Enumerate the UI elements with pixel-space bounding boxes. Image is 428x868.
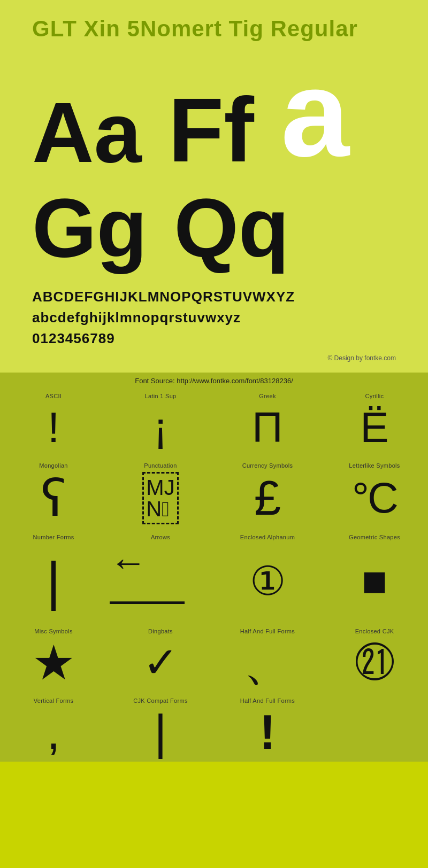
char-symbol-geometric: ■ [362,544,387,618]
digits-line: 0123456789 [32,328,396,349]
char-cell-enclosed-cjk: Enclosed CJK ㉑ [321,623,428,692]
char-label-vertical: Vertical Forms [34,698,74,704]
char-cell-numforms: Number Forms | [0,529,107,623]
char-cell-geometric: Geometric Shapes ■ [321,529,428,623]
char-symbol-numforms: | [47,544,60,618]
glyph-aa: Aa [32,90,142,175]
large-glyphs-row1: Aa Ff a [32,52,396,175]
char-label-arrows: Arrows [151,534,170,540]
char-symbol-currency: £ [254,472,281,524]
char-label-cjk-compat: CJK Compat Forms [133,698,187,704]
char-cell-cyrillic: Cyrillic Ë [321,387,428,457]
char-symbol-latin1: ¡ [154,402,168,453]
char-grid-row3: Number Forms | Arrows ←—— Enclosed Alpha… [0,529,428,623]
char-label-half-full: Half And Full Forms [240,628,295,634]
char-cell-dingbats: Dingbats ✓ [107,623,214,692]
glyph-qq: Qq [174,181,289,276]
char-label-mongolian: Mongolian [39,462,67,469]
glyph-ff: Ff [169,84,254,175]
char-symbol-enclosed-cjk: ㉑ [355,638,395,688]
char-symbol-dingbats: ✓ [143,638,179,688]
char-symbol-punctuation: MJ N⃞ [142,472,178,524]
char-cell-latin1: Latin 1 Sup ¡ [107,387,214,457]
glyph-a: a [281,52,349,175]
char-cell-letterlike: Letterlike Symbols °C [321,457,428,529]
char-cell-misc: Misc Symbols ★ [0,623,107,692]
glyph-gg: Gg [32,181,147,276]
lowercase-line: abcdefghijklmnopqrstuvwxyz [32,307,396,328]
font-title: GLT Xin 5Nomert Tig Regular [32,16,396,42]
char-label-enclosed-cjk: Enclosed CJK [355,628,394,634]
char-symbol-cyrillic: Ë [360,402,388,453]
large-glyphs-row2: Gg Qq [32,181,396,276]
char-cell-enclosed-alpha: Enclosed Alphanum ① [214,529,321,623]
char-symbol-mongolian: ʕ [41,472,66,524]
char-cell-empty [321,692,428,762]
char-cell-cjk-compat: CJK Compat Forms | [107,692,214,762]
char-grid-row1: ASCII ! Latin 1 Sup ¡ Greek Π Cyrillic Ë [0,387,428,457]
top-section: GLT Xin 5Nomert Tig Regular Aa Ff a Gg Q… [0,0,428,373]
char-label-numforms: Number Forms [33,534,74,540]
char-symbol-enclosed-alpha: ① [250,544,286,618]
font-source: Font Source: http://www.fontke.com/font/… [0,373,428,387]
char-grid-row4: Misc Symbols ★ Dingbats ✓ Half And Full … [0,623,428,692]
char-cell-currency: Currency Symbols £ [214,457,321,529]
char-grid-row5-labels: Vertical Forms , CJK Compat Forms | Half… [0,692,428,762]
char-label-misc: Misc Symbols [34,628,72,634]
char-label-geometric: Geometric Shapes [349,534,400,540]
char-cell-greek: Greek Π [214,387,321,457]
char-label-letterlike: Letterlike Symbols [349,462,400,469]
char-cell-punctuation: Punctuation MJ N⃞ [107,457,214,529]
copyright: © Design by fontke.com [32,354,396,362]
alphabet-section: ABCDEFGHIJKLMNOPQRSTUVWXYZ abcdefghijklm… [32,286,396,349]
char-label-punctuation: Punctuation [144,462,177,469]
char-label-half-full2: Half And Full Forms [240,698,295,704]
char-symbol-vertical: , [47,707,60,757]
char-label-greek: Greek [259,393,276,399]
char-label-ascii: ASCII [45,393,62,399]
char-label-dingbats: Dingbats [148,628,173,634]
char-label-enclosed-alpha: Enclosed Alphanum [240,534,295,540]
char-cell-half-full2: Half And Full Forms ! [214,692,321,762]
char-symbol-half-full2: ! [259,707,276,757]
char-cell-ascii: ASCII ! [0,387,107,457]
char-symbol-misc: ★ [32,638,75,688]
char-grid-row2: Mongolian ʕ Punctuation MJ N⃞ Currency S… [0,457,428,529]
char-cell-vertical: Vertical Forms , [0,692,107,762]
char-cell-arrows: Arrows ←—— [107,529,214,623]
char-symbol-letterlike: °C [352,472,397,524]
char-symbol-arrows: ←—— [110,544,211,618]
char-label-currency: Currency Symbols [242,462,293,469]
char-symbol-greek: Π [252,402,283,453]
char-cell-half-full: Half And Full Forms 、 [214,623,321,692]
char-label-cyrillic: Cyrillic [365,393,384,399]
char-label-latin1: Latin 1 Sup [145,393,177,399]
bottom-section: Font Source: http://www.fontke.com/font/… [0,373,428,762]
char-symbol-half-full: 、 [243,638,292,688]
char-cell-mongolian: Mongolian ʕ [0,457,107,529]
uppercase-line: ABCDEFGHIJKLMNOPQRSTUVWXYZ [32,286,396,307]
char-symbol-cjk-compat: | [154,707,166,757]
char-symbol-ascii: ! [48,402,59,453]
